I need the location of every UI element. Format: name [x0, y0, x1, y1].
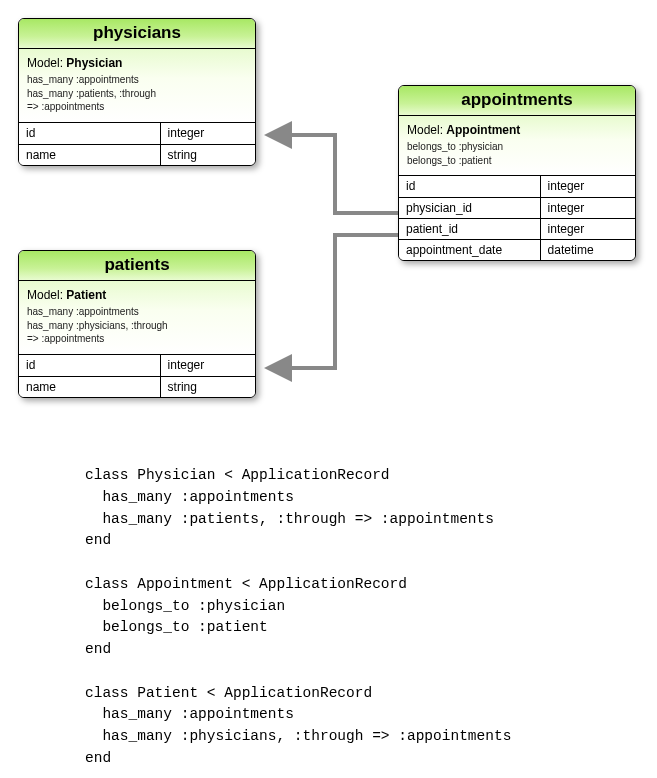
column-type: integer — [161, 355, 255, 376]
relation-line: belongs_to :physician — [407, 140, 627, 154]
relation-line: has_many :physicians, :through — [27, 319, 247, 333]
code-block: class Physician < ApplicationRecord has_… — [85, 465, 511, 770]
entity-title: patients — [19, 251, 255, 281]
column-name: id — [19, 355, 161, 376]
columns-table: id integer name string — [19, 355, 255, 397]
entity-patients: patients Model: Patient has_many :appoin… — [18, 250, 256, 398]
column-name: patient_id — [399, 218, 541, 239]
relation-line: has_many :appointments — [27, 305, 247, 319]
relation-line: belongs_to :patient — [407, 154, 627, 168]
arrow-appointments-to-patients — [268, 235, 398, 368]
model-name: Patient — [66, 288, 106, 302]
column-name: physician_id — [399, 197, 541, 218]
entity-description: Model: Patient has_many :appointments ha… — [19, 281, 255, 355]
model-prefix: Model: — [407, 123, 446, 137]
entity-appointments: appointments Model: Appointment belongs_… — [398, 85, 636, 261]
column-type: string — [161, 144, 255, 165]
entity-title: physicians — [19, 19, 255, 49]
entity-physicians: physicians Model: Physician has_many :ap… — [18, 18, 256, 166]
model-name: Appointment — [446, 123, 520, 137]
relation-line: => :appointments — [27, 100, 247, 114]
entity-title: appointments — [399, 86, 635, 116]
column-name: name — [19, 144, 161, 165]
columns-table: id integer name string — [19, 123, 255, 165]
relation-line: has_many :appointments — [27, 73, 247, 87]
column-type: integer — [541, 176, 635, 197]
column-type: string — [161, 376, 255, 397]
model-name: Physician — [66, 56, 122, 70]
model-prefix: Model: — [27, 56, 66, 70]
model-prefix: Model: — [27, 288, 66, 302]
diagram-canvas: physicians Model: Physician has_many :ap… — [0, 0, 657, 455]
column-type: datetime — [541, 239, 635, 260]
column-name: id — [399, 176, 541, 197]
column-name: name — [19, 376, 161, 397]
relation-line: has_many :patients, :through — [27, 87, 247, 101]
column-type: integer — [161, 123, 255, 144]
column-name: appointment_date — [399, 239, 541, 260]
column-type: integer — [541, 218, 635, 239]
column-name: id — [19, 123, 161, 144]
relation-line: => :appointments — [27, 332, 247, 346]
entity-description: Model: Physician has_many :appointments … — [19, 49, 255, 123]
column-type: integer — [541, 197, 635, 218]
columns-table: id integer physician_id integer patient_… — [399, 176, 635, 260]
entity-description: Model: Appointment belongs_to :physician… — [399, 116, 635, 176]
arrow-appointments-to-physicians — [268, 135, 398, 213]
